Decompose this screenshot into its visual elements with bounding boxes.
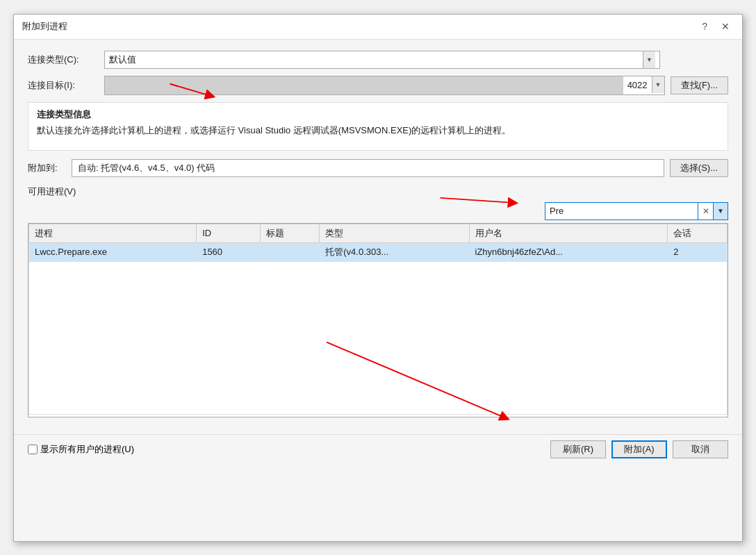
search-input[interactable]: Pre [545, 202, 698, 220]
col-user[interactable]: 用户名 [469, 224, 668, 242]
connection-target-control: 4022 ▼ 查找(F)... [104, 76, 728, 95]
col-type[interactable]: 类型 [320, 224, 469, 242]
bottom-bar: 显示所有用户的进程(U) 刷新(R) 附加(A) 取消 [14, 434, 742, 464]
search-clear-button[interactable]: ✕ [698, 202, 713, 220]
process-section-title: 可用进程(V) [28, 185, 728, 198]
col-process[interactable]: 进程 [29, 224, 197, 242]
show-all-users-checkbox[interactable] [28, 445, 38, 454]
attach-to-label: 附加到: [28, 162, 66, 174]
dialog-body: 连接类型(C): 默认值 ▼ 连接目标(I): 4022 ▼ 查找(F)... [14, 40, 742, 429]
title-bar-controls: ? ✕ [698, 19, 734, 33]
info-text: 默认连接允许选择此计算机上的进程，或选择运行 Visual Studio 远程调… [37, 124, 719, 138]
process-table-body: Lwcc.Prepare.exe 1560 托管(v4.0.303... iZh… [29, 242, 728, 414]
col-title[interactable]: 标题 [260, 224, 320, 242]
connection-target-ip[interactable] [105, 76, 623, 94]
find-button[interactable]: 查找(F)... [671, 76, 728, 94]
bottom-right: 刷新(R) 附加(A) 取消 [550, 440, 728, 458]
col-id[interactable]: ID [197, 224, 260, 242]
attach-to-row: 附加到: 自动: 托管(v4.6、v4.5、v4.0) 代码 选择(S)... [28, 159, 728, 177]
info-title: 连接类型信息 [37, 108, 719, 121]
cell-process: Lwcc.Prepare.exe [29, 242, 197, 261]
connection-target-row: 连接目标(I): 4022 ▼ 查找(F)... [28, 76, 728, 95]
attach-button[interactable]: 附加(A) [611, 440, 667, 458]
bottom-left: 显示所有用户的进程(U) [28, 443, 134, 456]
col-session[interactable]: 会话 [668, 224, 728, 242]
show-all-users-label[interactable]: 显示所有用户的进程(U) [28, 443, 134, 456]
cell-user: iZhyn6bnj46zfeZ\Ad... [469, 242, 668, 261]
info-box: 连接类型信息 默认连接允许选择此计算机上的进程，或选择运行 Visual Stu… [28, 102, 728, 151]
search-dropdown-button[interactable]: ▼ [713, 202, 728, 220]
close-button[interactable]: ✕ [717, 19, 734, 33]
cell-type: 托管(v4.0.303... [320, 242, 469, 261]
process-table: 进程 ID 标题 类型 用户名 会话 Lwcc.Prepare.exe 1560 [28, 224, 728, 415]
connection-target-port: 4022 [623, 76, 652, 94]
cancel-button[interactable]: 取消 [673, 440, 728, 458]
process-table-wrapper: 进程 ID 标题 类型 用户名 会话 Lwcc.Prepare.exe 1560 [28, 223, 728, 417]
connection-type-arrow[interactable]: ▼ [643, 51, 655, 68]
connection-type-control: 默认值 ▼ [104, 51, 728, 69]
table-row-empty [29, 261, 728, 414]
select-button[interactable]: 选择(S)... [670, 159, 728, 177]
attach-to-process-dialog: 附加到进程 ? ✕ 连接类型(C): 默认值 ▼ 连接目标(I): 4022 [13, 14, 743, 542]
show-all-users-text: 显示所有用户的进程(U) [40, 443, 134, 456]
search-row: Pre ✕ ▼ [28, 202, 728, 220]
connection-type-row: 连接类型(C): 默认值 ▼ [28, 51, 728, 69]
connection-type-combo[interactable]: 默认值 ▼ [104, 51, 660, 69]
cell-session: 2 [668, 242, 728, 261]
title-bar: 附加到进程 ? ✕ [14, 15, 742, 40]
help-button[interactable]: ? [698, 19, 712, 33]
connection-type-label: 连接类型(C): [28, 53, 104, 66]
dialog-title: 附加到进程 [22, 20, 67, 33]
refresh-button[interactable]: 刷新(R) [550, 440, 606, 458]
cell-id: 1560 [197, 242, 260, 261]
cell-title [260, 242, 320, 261]
connection-type-value: 默认值 [109, 53, 136, 66]
connection-target-dropdown[interactable]: ▼ [652, 76, 664, 93]
connection-target-label: 连接目标(I): [28, 79, 104, 92]
process-section: 可用进程(V) Pre ✕ ▼ 进程 ID 标题 类型 用户名 [28, 185, 728, 417]
attach-to-value: 自动: 托管(v4.6、v4.5、v4.0) 代码 [72, 159, 664, 177]
process-table-header: 进程 ID 标题 类型 用户名 会话 [29, 224, 728, 242]
table-row[interactable]: Lwcc.Prepare.exe 1560 托管(v4.0.303... iZh… [29, 242, 728, 261]
